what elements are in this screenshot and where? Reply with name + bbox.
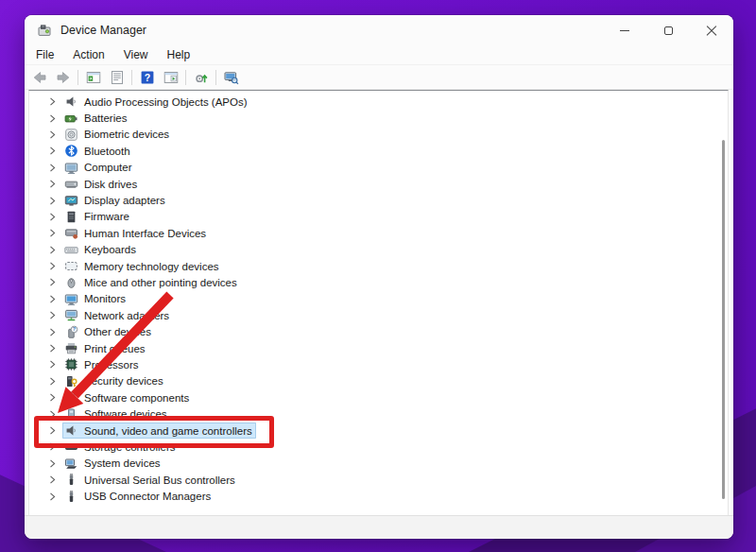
action-pane-icon[interactable] [159,67,182,88]
menu-view[interactable]: View [114,45,158,65]
tree-item-content[interactable]: Display adapters [62,193,169,209]
chevron-right-icon[interactable] [46,96,58,108]
chevron-right-icon[interactable] [46,375,58,387]
tree-item-content[interactable]: Keyboards [62,242,140,258]
tree-item[interactable]: Audio Processing Objects (APOs) [29,94,728,110]
tree-item[interactable]: Monitors [29,291,728,307]
tree-item-content[interactable]: USB Connector Managers [62,489,215,505]
tree-item[interactable]: Processors [29,356,728,372]
chevron-right-icon[interactable] [46,162,58,173]
tree-item-content[interactable]: ?Other devices [62,324,155,340]
back-icon[interactable] [27,67,51,88]
chevron-right-icon[interactable] [46,179,58,190]
tree-item[interactable]: Universal Serial Bus controllers [29,472,728,488]
tree-item[interactable]: System devices [29,456,728,472]
tree-item[interactable]: Human Interface Devices [29,225,728,241]
chevron-right-icon[interactable] [46,293,58,304]
menu-help[interactable]: Help [158,45,200,65]
chevron-right-icon[interactable] [46,491,58,502]
tree-item[interactable]: Biometric devices [29,127,728,143]
chevron-right-icon[interactable] [46,146,58,157]
chevron-right-icon[interactable] [46,408,58,420]
tree-item-content[interactable]: Print queues [62,340,149,356]
tree-item-content[interactable]: Monitors [62,291,129,307]
usb-icon [64,490,78,504]
tree-item[interactable]: Firmware [29,209,728,225]
properties-icon[interactable] [105,67,129,88]
chevron-right-icon[interactable] [46,441,58,453]
tree-item[interactable]: Display adapters [29,192,728,208]
tree-item[interactable]: Mice and other pointing devices [29,274,728,290]
chevron-right-icon[interactable] [46,228,58,239]
close-button[interactable] [690,15,733,45]
vertical-scrollbar[interactable] [722,140,725,499]
tree-item-content[interactable]: Network adapters [62,307,173,323]
tree-item-label: Biometric devices [84,129,169,140]
tree-item-content[interactable]: System devices [62,456,164,472]
tree-item-content[interactable]: Computer [62,160,136,176]
chevron-right-icon[interactable] [46,474,58,486]
tree-item-content[interactable]: Software devices [62,406,171,423]
tree-item[interactable]: Disk drives [29,176,728,192]
remote-computer-icon[interactable] [219,67,243,88]
tree-item-content[interactable]: Audio Processing Objects (APOs) [62,94,251,110]
forward-icon[interactable] [51,67,75,88]
tree-item-label: Audio Processing Objects (APOs) [84,96,248,108]
menu-file[interactable]: File [26,45,63,65]
tree-item[interactable]: Batteries [29,110,728,126]
chevron-right-icon[interactable] [46,261,58,272]
tree-item-content[interactable]: Firmware [62,209,133,225]
device-tree: Audio Processing Objects (APOs)Batteries… [28,90,729,515]
tree-item-content[interactable]: Security devices [62,373,167,389]
tree-item-content[interactable]: Sound, video and game controllers [62,423,256,439]
tree-item-label: Computer [84,162,132,173]
chevron-right-icon[interactable] [46,129,58,140]
chevron-right-icon[interactable] [46,425,58,437]
maximize-button[interactable] [646,15,690,45]
tree-item-selected[interactable]: Sound, video and game controllers [29,423,728,439]
chevron-right-icon[interactable] [46,359,58,371]
minimize-button[interactable] [603,15,646,45]
tree-item-content[interactable]: Memory technology devices [62,258,223,274]
tree-item[interactable]: Memory technology devices [29,258,728,274]
tree-item-content[interactable]: Disk drives [62,176,141,192]
menu-action[interactable]: Action [63,45,113,65]
tree-item-content[interactable]: Mice and other pointing devices [62,274,241,290]
tree-item-content[interactable]: Biometric devices [62,127,173,143]
tree-item[interactable]: Keyboards [29,242,728,258]
system-icon [64,457,78,471]
tree-item[interactable]: ?Other devices [29,323,728,339]
chevron-right-icon[interactable] [46,211,58,222]
tree-item[interactable]: Storage controllers [29,439,728,455]
chevron-right-icon[interactable] [46,195,58,206]
chevron-right-icon[interactable] [46,277,58,288]
tree-item[interactable]: Print queues [29,340,728,356]
chevron-right-icon[interactable] [46,112,58,124]
chevron-right-icon[interactable] [46,392,58,404]
tree-item-content[interactable]: Software components [62,389,193,405]
tree-item[interactable]: Software components [29,389,728,405]
chevron-right-icon[interactable] [46,310,58,321]
scan-hardware-icon[interactable] [189,67,213,88]
toolbar-separator [185,70,186,85]
tree-item-content[interactable]: Batteries [62,111,130,127]
chevron-right-icon[interactable] [46,326,58,337]
help-icon[interactable]: ? [135,67,159,88]
tree-item[interactable]: Computer [29,160,728,176]
chevron-right-icon[interactable] [46,244,58,255]
tree-item[interactable]: USB Connector Managers [29,488,728,504]
tree-item-label: Batteries [84,112,127,124]
console-tree-icon[interactable] [81,67,105,88]
tree-item-content[interactable]: Processors [62,356,143,372]
tree-item-content[interactable]: Human Interface Devices [62,225,210,241]
chevron-right-icon[interactable] [46,343,58,354]
tree-item-content[interactable]: Bluetooth [62,143,134,159]
tree-item[interactable]: Bluetooth [29,143,728,159]
tree-item-content[interactable]: Storage controllers [62,439,180,455]
tree-item[interactable]: Security devices [29,373,728,389]
tree-item[interactable]: Software devices [29,405,728,422]
chevron-right-icon[interactable] [46,457,58,469]
tree-item[interactable]: Network adapters [29,307,728,323]
fingerprint-icon [64,128,78,142]
tree-item-content[interactable]: Universal Serial Bus controllers [62,472,239,488]
